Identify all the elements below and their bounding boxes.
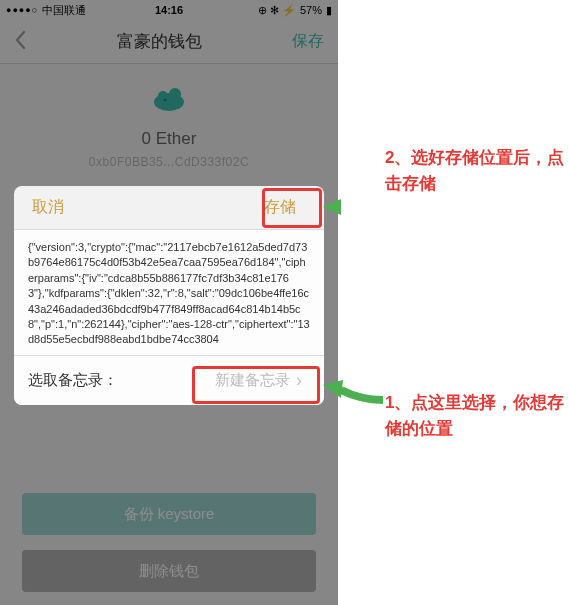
annotation-step-2: 2、选好存储位置后，点击存储 bbox=[385, 145, 569, 196]
memo-placeholder-button[interactable]: 新建备忘录 › bbox=[207, 366, 310, 395]
export-modal: 取消 存储 {"version":3,"crypto":{"mac":"2117… bbox=[14, 186, 324, 405]
store-button[interactable]: 存储 bbox=[254, 193, 306, 222]
memo-selector-row[interactable]: 选取备忘录： 新建备忘录 › bbox=[14, 355, 324, 405]
modal-header: 取消 存储 bbox=[14, 186, 324, 230]
keystore-json-text: {"version":3,"crypto":{"mac":"2117ebcb7e… bbox=[14, 230, 324, 355]
cancel-button[interactable]: 取消 bbox=[32, 197, 64, 218]
memo-placeholder-text: 新建备忘录 bbox=[215, 371, 290, 390]
chevron-right-icon: › bbox=[296, 370, 302, 391]
phone-screen: ●●●●○ 中国联通 14:16 ⊕ ✻ ⚡ 57% ▮ 富豪的钱包 保存 bbox=[0, 0, 338, 605]
memo-label: 选取备忘录： bbox=[28, 371, 118, 390]
annotation-step-1: 1、点这里选择，你想存储的位置 bbox=[385, 390, 569, 441]
